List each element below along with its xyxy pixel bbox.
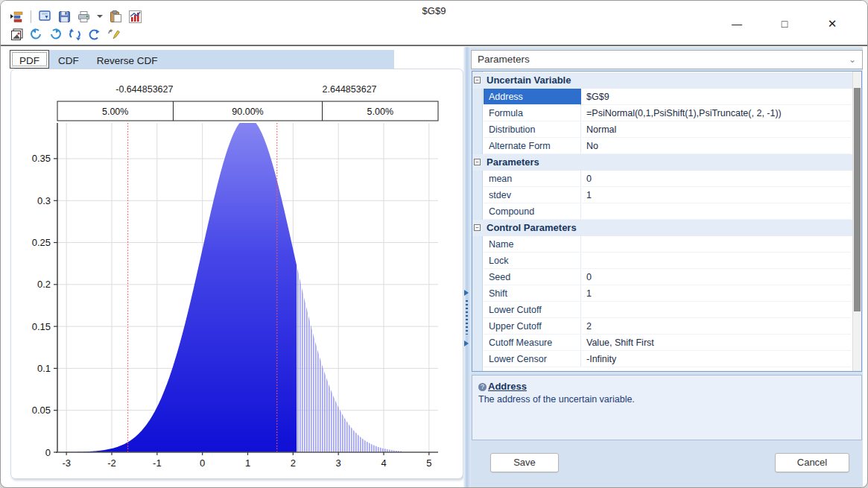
maximize-button[interactable]: □ [773, 14, 796, 34]
param-row-shift[interactable]: Shift1 [472, 285, 861, 302]
splitter-arrow-icon[interactable] [464, 340, 469, 346]
param-name[interactable]: Address [484, 89, 581, 105]
param-name[interactable]: Alternate Form [484, 138, 581, 154]
param-row-name[interactable]: Name [472, 236, 861, 253]
param-row-formula[interactable]: Formula=PsiNormal(0,1,PsiShift(1),PsiTru… [472, 105, 861, 121]
save-button[interactable]: Save [490, 453, 559, 472]
title-bar: $G$9 — □ ✕ [1, 1, 867, 45]
chevron-down-icon[interactable]: ⌄ [849, 51, 856, 69]
dropdown-arrow-icon[interactable] [97, 15, 103, 18]
distribution-bars-icon[interactable] [10, 10, 24, 24]
param-value[interactable]: -Infinity [582, 351, 851, 367]
panel-splitter[interactable] [463, 47, 471, 488]
x-tick-label: 2 [291, 457, 296, 469]
param-row-address[interactable]: Address$G$9 [472, 89, 861, 105]
x-tick-label: 1 [245, 457, 250, 469]
minimize-button[interactable]: — [726, 14, 748, 34]
paste-icon[interactable] [109, 10, 123, 24]
param-name[interactable]: Upper Cutoff [484, 318, 581, 335]
param-row-mean[interactable]: mean0 [472, 171, 861, 187]
print-icon[interactable] [77, 10, 91, 24]
param-value[interactable] [582, 253, 851, 269]
flip-vertical-icon[interactable] [68, 28, 82, 42]
param-row-lower-censor[interactable]: Lower Censor-Infinity [472, 351, 861, 367]
parameters-header-dropdown[interactable]: Parameters ⌄ [471, 50, 863, 69]
param-value[interactable] [582, 302, 851, 318]
copy-chart-icon[interactable] [38, 10, 52, 24]
param-name[interactable]: Lower Censor [484, 351, 581, 367]
toolbar-row-2 [10, 26, 121, 42]
pdf-curve-truncated-area [297, 265, 402, 452]
param-section-uncertain-variable[interactable]: −Uncertain Variable [472, 72, 861, 89]
splitter-grip[interactable] [466, 300, 468, 335]
rotate-clockwise-icon[interactable] [87, 28, 101, 42]
edit-annotation-icon[interactable] [107, 28, 121, 42]
param-row-lower-cutoff[interactable]: Lower Cutoff [472, 302, 861, 318]
save-icon[interactable] [57, 10, 72, 24]
param-value[interactable]: $G$9 [582, 89, 851, 105]
rotate-right-icon[interactable] [48, 28, 63, 42]
param-value[interactable]: 1 [582, 285, 851, 302]
section-label: Control Parameters [484, 220, 851, 236]
param-value[interactable]: Normal [582, 121, 851, 138]
scrollbar-thumb[interactable] [854, 88, 861, 311]
pdf-chart[interactable]: -3-2-101234500.050.10.150.20.250.30.355.… [11, 69, 464, 480]
param-value[interactable]: 0 [582, 171, 851, 187]
vertical-scrollbar[interactable] [852, 72, 861, 371]
collapse-icon[interactable]: − [474, 159, 481, 165]
cancel-button[interactable]: Cancel [775, 453, 849, 472]
property-grid: −Uncertain VariableAddress$G$9Formula=Ps… [472, 71, 862, 372]
percentile-band-label: 5.00% [367, 107, 393, 117]
param-section-parameters[interactable]: −Parameters [472, 154, 861, 171]
tab-pdf[interactable]: PDF [10, 50, 49, 69]
tab-reverse-cdf[interactable]: Reverse CDF [88, 50, 167, 69]
description-title: Address [488, 381, 527, 392]
param-row-upper-cutoff[interactable]: Upper Cutoff2 [472, 318, 861, 335]
x-tick-label: 0 [200, 457, 205, 469]
param-row-seed[interactable]: Seed0 [472, 269, 861, 285]
param-name[interactable]: stdev [484, 187, 581, 203]
param-row-compound[interactable]: Compound [472, 203, 861, 220]
param-row-cutoff-measure[interactable]: Cutoff MeasureValue, Shift First [472, 335, 861, 351]
splitter-arrow-icon[interactable] [464, 290, 469, 296]
param-row-alternate-form[interactable]: Alternate FormNo [472, 138, 861, 154]
param-name[interactable]: Name [484, 236, 581, 253]
param-name[interactable]: Cutoff Measure [484, 335, 581, 351]
percentile-band-label: 90.00% [232, 107, 263, 117]
param-value[interactable]: 1 [582, 187, 851, 203]
param-value[interactable] [582, 236, 851, 253]
x-tick-label: -1 [153, 457, 162, 469]
param-value[interactable] [582, 203, 851, 220]
collapse-icon[interactable]: − [474, 224, 481, 231]
percentile-band-label: 5.00% [102, 107, 128, 117]
param-row-distribution[interactable]: DistributionNormal [472, 121, 861, 138]
collapse-icon[interactable]: − [474, 77, 481, 83]
copy-image-icon[interactable] [10, 28, 24, 42]
param-section-control-parameters[interactable]: −Control Parameters [472, 220, 861, 236]
param-name[interactable]: Lock [484, 253, 581, 269]
rotate-left-icon[interactable] [29, 28, 43, 42]
param-name[interactable]: Lower Cutoff [484, 302, 581, 318]
param-value[interactable]: No [582, 138, 851, 154]
param-name[interactable]: Shift [484, 285, 581, 302]
param-row-lock[interactable]: Lock [472, 253, 861, 269]
close-button[interactable]: ✕ [821, 14, 843, 34]
param-value[interactable]: 0 [582, 269, 851, 285]
chart-icon[interactable] [128, 10, 142, 24]
param-value[interactable]: =PsiNormal(0,1,PsiShift(1),PsiTruncate(,… [582, 105, 851, 121]
param-name[interactable]: Formula [484, 105, 581, 121]
param-name[interactable]: Distribution [484, 121, 581, 138]
y-tick-label: 0.15 [32, 321, 51, 332]
param-name[interactable]: mean [484, 171, 581, 187]
param-value[interactable]: 2 [582, 318, 851, 335]
param-name[interactable]: Seed [484, 269, 581, 285]
toolbar-divider [1, 45, 867, 46]
param-value[interactable]: Value, Shift First [582, 335, 851, 351]
parameters-header-label: Parameters [478, 54, 530, 65]
param-row-stdev[interactable]: stdev1 [472, 187, 861, 203]
param-name[interactable]: Compound [484, 203, 581, 220]
percentile-value-label: 2.644853627 [323, 84, 377, 95]
y-tick-label: 0.35 [32, 153, 51, 164]
parameters-panel: Parameters ⌄ −Uncertain VariableAddress$… [471, 47, 863, 488]
tab-cdf[interactable]: CDF [49, 50, 88, 69]
